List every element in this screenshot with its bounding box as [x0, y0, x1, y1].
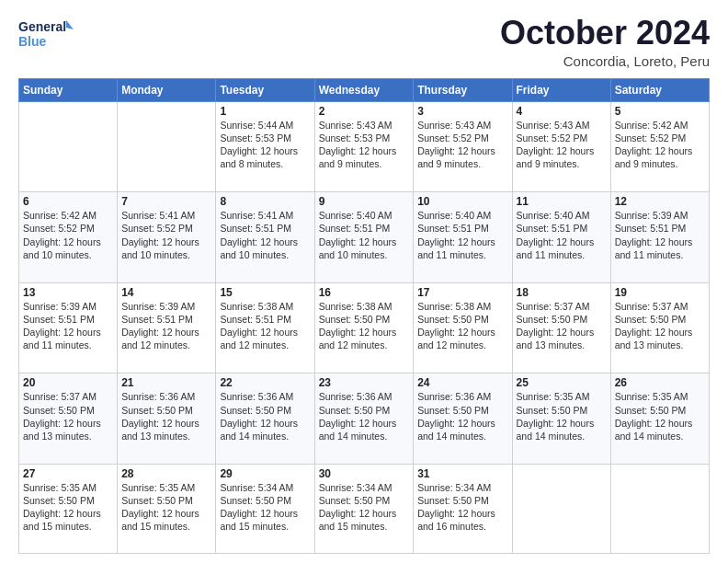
day-number: 31	[417, 467, 507, 480]
day-number: 19	[615, 286, 705, 299]
day-info: Sunrise: 5:41 AM Sunset: 5:52 PM Dayligh…	[121, 209, 211, 261]
day-info: Sunrise: 5:36 AM Sunset: 5:50 PM Dayligh…	[220, 390, 310, 442]
day-number: 17	[417, 286, 507, 299]
day-info: Sunrise: 5:38 AM Sunset: 5:51 PM Dayligh…	[220, 300, 310, 352]
calendar-cell	[512, 464, 610, 553]
calendar-cell	[610, 464, 709, 553]
day-info: Sunrise: 5:35 AM Sunset: 5:50 PM Dayligh…	[23, 481, 113, 534]
day-number: 23	[319, 376, 410, 389]
calendar-cell: 14Sunrise: 5:39 AM Sunset: 5:51 PM Dayli…	[118, 282, 216, 373]
day-info: Sunrise: 5:35 AM Sunset: 5:50 PM Dayligh…	[615, 390, 705, 442]
day-info: Sunrise: 5:34 AM Sunset: 5:50 PM Dayligh…	[319, 481, 410, 534]
day-number: 5	[615, 105, 705, 118]
day-number: 22	[220, 376, 310, 389]
day-number: 24	[417, 376, 507, 389]
page: General Blue October 2024 Concordia, Lor…	[0, 0, 728, 563]
day-number: 4	[517, 105, 607, 118]
day-info: Sunrise: 5:36 AM Sunset: 5:50 PM Dayligh…	[121, 390, 211, 442]
day-number: 16	[319, 286, 410, 299]
calendar-cell: 29Sunrise: 5:34 AM Sunset: 5:50 PM Dayli…	[216, 464, 314, 553]
weekday-header-monday: Monday	[118, 78, 216, 101]
calendar-week-row: 20Sunrise: 5:37 AM Sunset: 5:50 PM Dayli…	[19, 373, 710, 465]
calendar-cell: 25Sunrise: 5:35 AM Sunset: 5:50 PM Dayli…	[512, 373, 610, 465]
day-info: Sunrise: 5:40 AM Sunset: 5:51 PM Dayligh…	[417, 209, 507, 261]
day-number: 6	[23, 195, 113, 208]
calendar-cell: 30Sunrise: 5:34 AM Sunset: 5:50 PM Dayli…	[314, 464, 414, 553]
day-number: 11	[517, 195, 607, 208]
weekday-header-thursday: Thursday	[414, 78, 512, 101]
calendar-cell: 22Sunrise: 5:36 AM Sunset: 5:50 PM Dayli…	[216, 373, 314, 465]
day-info: Sunrise: 5:44 AM Sunset: 5:53 PM Dayligh…	[220, 119, 310, 171]
day-info: Sunrise: 5:35 AM Sunset: 5:50 PM Dayligh…	[517, 390, 607, 442]
calendar-cell: 15Sunrise: 5:38 AM Sunset: 5:51 PM Dayli…	[216, 282, 314, 373]
day-number: 25	[517, 376, 607, 389]
header: General Blue October 2024 Concordia, Lor…	[18, 15, 710, 69]
day-info: Sunrise: 5:40 AM Sunset: 5:51 PM Dayligh…	[517, 209, 607, 261]
day-number: 21	[121, 376, 211, 389]
day-info: Sunrise: 5:37 AM Sunset: 5:50 PM Dayligh…	[517, 300, 607, 352]
calendar-cell: 2Sunrise: 5:43 AM Sunset: 5:53 PM Daylig…	[314, 101, 414, 192]
day-number: 28	[121, 467, 211, 480]
day-number: 12	[615, 195, 705, 208]
calendar-cell: 18Sunrise: 5:37 AM Sunset: 5:50 PM Dayli…	[512, 282, 610, 373]
weekday-header-tuesday: Tuesday	[216, 78, 314, 101]
day-number: 7	[121, 195, 211, 208]
day-info: Sunrise: 5:38 AM Sunset: 5:50 PM Dayligh…	[417, 300, 507, 352]
calendar-cell: 31Sunrise: 5:34 AM Sunset: 5:50 PM Dayli…	[414, 464, 512, 553]
calendar-cell: 6Sunrise: 5:42 AM Sunset: 5:52 PM Daylig…	[19, 192, 118, 283]
calendar-week-row: 6Sunrise: 5:42 AM Sunset: 5:52 PM Daylig…	[19, 192, 710, 283]
calendar-cell: 9Sunrise: 5:40 AM Sunset: 5:51 PM Daylig…	[314, 192, 414, 283]
logo: General Blue	[18, 15, 74, 52]
day-number: 30	[319, 467, 410, 480]
calendar-cell: 24Sunrise: 5:36 AM Sunset: 5:50 PM Dayli…	[414, 373, 512, 465]
calendar-cell	[118, 101, 216, 192]
title-block: October 2024 Concordia, Loreto, Peru	[500, 15, 710, 69]
day-info: Sunrise: 5:37 AM Sunset: 5:50 PM Dayligh…	[615, 300, 705, 352]
day-info: Sunrise: 5:35 AM Sunset: 5:50 PM Dayligh…	[121, 481, 211, 534]
day-number: 15	[220, 286, 310, 299]
calendar-cell: 5Sunrise: 5:42 AM Sunset: 5:52 PM Daylig…	[610, 101, 709, 192]
svg-text:Blue: Blue	[18, 34, 47, 49]
calendar-week-row: 27Sunrise: 5:35 AM Sunset: 5:50 PM Dayli…	[19, 464, 710, 553]
calendar-cell: 21Sunrise: 5:36 AM Sunset: 5:50 PM Dayli…	[118, 373, 216, 465]
day-number: 9	[319, 195, 410, 208]
day-info: Sunrise: 5:43 AM Sunset: 5:52 PM Dayligh…	[417, 119, 507, 171]
calendar-cell	[19, 101, 118, 192]
calendar-cell: 19Sunrise: 5:37 AM Sunset: 5:50 PM Dayli…	[610, 282, 709, 373]
day-info: Sunrise: 5:42 AM Sunset: 5:52 PM Dayligh…	[23, 209, 113, 261]
generalblue-logo-icon: General Blue	[18, 15, 74, 52]
calendar-cell: 20Sunrise: 5:37 AM Sunset: 5:50 PM Dayli…	[19, 373, 118, 465]
svg-marker-2	[66, 20, 74, 29]
calendar-week-row: 1Sunrise: 5:44 AM Sunset: 5:53 PM Daylig…	[19, 101, 710, 192]
day-number: 13	[23, 286, 113, 299]
day-number: 2	[319, 105, 410, 118]
day-number: 10	[417, 195, 507, 208]
day-info: Sunrise: 5:37 AM Sunset: 5:50 PM Dayligh…	[23, 390, 113, 442]
calendar-cell: 11Sunrise: 5:40 AM Sunset: 5:51 PM Dayli…	[512, 192, 610, 283]
day-number: 27	[23, 467, 113, 480]
calendar-cell: 13Sunrise: 5:39 AM Sunset: 5:51 PM Dayli…	[19, 282, 118, 373]
day-info: Sunrise: 5:38 AM Sunset: 5:50 PM Dayligh…	[319, 300, 410, 352]
weekday-header-sunday: Sunday	[19, 78, 118, 101]
calendar-cell: 10Sunrise: 5:40 AM Sunset: 5:51 PM Dayli…	[414, 192, 512, 283]
calendar-week-row: 13Sunrise: 5:39 AM Sunset: 5:51 PM Dayli…	[19, 282, 710, 373]
day-info: Sunrise: 5:34 AM Sunset: 5:50 PM Dayligh…	[220, 481, 310, 534]
day-number: 14	[121, 286, 211, 299]
day-info: Sunrise: 5:43 AM Sunset: 5:52 PM Dayligh…	[517, 119, 607, 171]
weekday-header-friday: Friday	[512, 78, 610, 101]
svg-text:General: General	[18, 19, 66, 34]
calendar-cell: 8Sunrise: 5:41 AM Sunset: 5:51 PM Daylig…	[216, 192, 314, 283]
day-number: 20	[23, 376, 113, 389]
calendar-cell: 23Sunrise: 5:36 AM Sunset: 5:50 PM Dayli…	[314, 373, 414, 465]
calendar-cell: 4Sunrise: 5:43 AM Sunset: 5:52 PM Daylig…	[512, 101, 610, 192]
calendar-cell: 28Sunrise: 5:35 AM Sunset: 5:50 PM Dayli…	[118, 464, 216, 553]
weekday-header-saturday: Saturday	[610, 78, 709, 101]
day-number: 29	[220, 467, 310, 480]
calendar-cell: 17Sunrise: 5:38 AM Sunset: 5:50 PM Dayli…	[414, 282, 512, 373]
day-number: 26	[615, 376, 705, 389]
weekday-header-wednesday: Wednesday	[314, 78, 414, 101]
main-title: October 2024	[500, 15, 710, 52]
day-info: Sunrise: 5:40 AM Sunset: 5:51 PM Dayligh…	[319, 209, 410, 261]
day-info: Sunrise: 5:41 AM Sunset: 5:51 PM Dayligh…	[220, 209, 310, 261]
day-number: 1	[220, 105, 310, 118]
